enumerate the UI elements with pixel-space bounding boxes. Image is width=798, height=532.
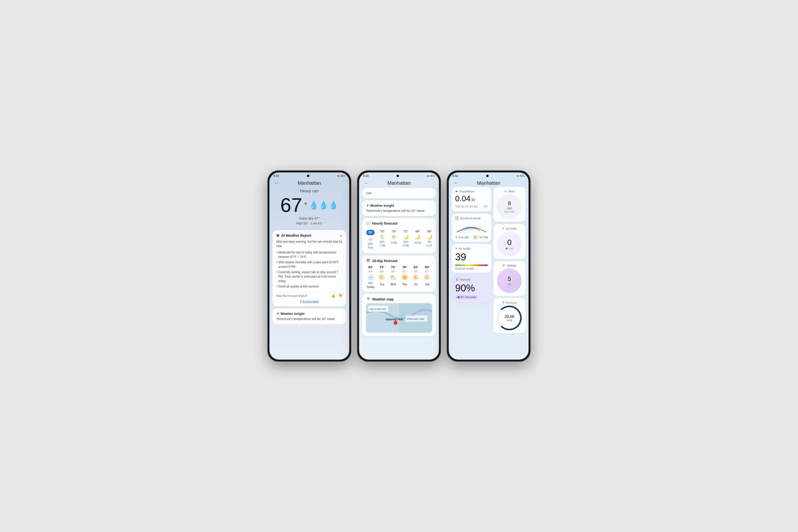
phone-1-screen: 6:13 ▾▾ 46% ← Manhattan Heavy rain 67 ° … (269, 172, 349, 360)
day-icon-3: ☀️ (401, 274, 408, 281)
wind-direction: From NW (504, 211, 515, 213)
map-title-row: 📍 Weather map (366, 297, 432, 301)
back-button-3[interactable]: ← (454, 180, 458, 186)
city-title-3: Manhattan (477, 180, 500, 186)
day-icon-2: ⛅ (390, 274, 397, 281)
day-low-5: 67° (425, 270, 430, 273)
hourly-icon-4: 🌙 (415, 234, 420, 240)
left-column: 🌧 Precipitation 0.04 in Total rain for t… (452, 187, 491, 333)
phone-1: 6:13 ▾▾ 46% ← Manhattan Heavy rain 67 ° … (267, 170, 351, 362)
day-high-2: 72° (391, 265, 396, 269)
day-low-4: 64° (414, 270, 418, 273)
hourly-item-2: 74° 🌤️ 8 PM (390, 230, 399, 249)
thumbs-down-icon[interactable]: 👎 (338, 294, 342, 298)
humidity-value: 90% (455, 283, 488, 293)
ai-generated-link[interactable]: ℹ AI Generated (276, 300, 342, 303)
ai-body: Mild and rainy evening, but the rain sho… (276, 240, 342, 289)
pressure-icon: ⇅ (502, 301, 505, 304)
day-item-3: 76° 61° ☀️ Thu (400, 265, 409, 288)
insight-text-1: Tomorrow's temperature will be 10° lower (276, 317, 342, 321)
day-item-4: 81° 64° 🌤️ Fri (411, 265, 421, 288)
aqi-card: ≋ Air quality 39 Good air quality (452, 244, 491, 273)
battery-1: 46% (340, 175, 345, 177)
ai-icon: ⊞ (276, 233, 279, 238)
day-high-5: 83° (425, 265, 430, 269)
insight-card-1: ↗ Weather insight Tomorrow's temperature… (272, 308, 346, 324)
hourly-time-3: 9 PM (403, 244, 408, 247)
dew-point-badge: 64° Dew point (455, 295, 478, 299)
thumb-icons[interactable]: 👍 👎 (331, 294, 342, 298)
uv-title: ☀ UV index (502, 227, 517, 230)
phone3-detail-layout: 🌧 Precipitation 0.04 in Total rain for t… (449, 187, 529, 333)
sun-arc-svg (455, 221, 488, 235)
hourly-time-5: 11 PM (426, 244, 432, 247)
day-label-0: Today (367, 285, 375, 288)
day-precip-0: 90% (368, 282, 373, 284)
phone-2: 6:13 ▾▾ 46% ← Manhattan now. ↗ Weather i… (357, 170, 441, 362)
hourly-item-0: 75° 🌧️ 60% Now (366, 230, 375, 249)
day-label-2: Wed (391, 283, 396, 286)
insight-card-2: ↗ Weather insight Tomorrow's temperature… (362, 200, 436, 216)
day-item-1: 73° 58° 🌤️ Tue (377, 265, 387, 288)
collapse-icon[interactable]: ∧ (340, 233, 342, 238)
info-icon: ℹ (300, 300, 301, 303)
ai-title-row: ⊞ AI Weather Report (276, 233, 311, 238)
hourly-time-4: 10 PM (414, 242, 421, 244)
uv-icon: ☀ (502, 227, 505, 230)
hourly-icon-3: 🌙 (403, 234, 408, 240)
sunrise-title: 🌅 Sunrise & sunset (455, 216, 488, 220)
day-low-1: 58° (380, 270, 384, 273)
hourly-scroll[interactable]: 75° 🌧️ 60% Now 74° 🌦️ 20% 7 PM 74° 🌤️ 8 … (366, 228, 432, 250)
aqi-title-row: ≋ Air quality (455, 247, 488, 250)
wind-circle: 8 mph From NW (497, 194, 522, 219)
svg-text:City of New York: City of New York (370, 308, 386, 310)
camera-1 (307, 175, 309, 177)
status-bar-1: 6:13 ▾▾ 46% (269, 172, 349, 178)
hourly-item-3: 71° 🌙 10% 9 PM (401, 230, 410, 249)
day-low-2: 58° (391, 270, 396, 273)
ten-day-title: 10-day forecast (372, 259, 398, 263)
wifi-icon: ▾▾ (337, 175, 340, 177)
aqi-value: 39 (455, 251, 488, 263)
map-placeholder[interactable]: City of New York MANHATTAN UPPER EAST SI… (366, 303, 432, 333)
hourly-precip-0: 60% (368, 243, 373, 245)
precip-value: 0.04 in (455, 194, 488, 203)
precip-unit: in (472, 197, 475, 202)
ai-generated-text[interactable]: AI Generated (302, 300, 318, 303)
day-high-1: 73° (380, 265, 384, 269)
insight-icon-2: ↗ (366, 204, 369, 207)
pressure-ring: 29.66 inHg (497, 306, 522, 330)
humidity-title: 💧 Humidity (455, 278, 488, 281)
precip-sub: Total rain for the day (455, 205, 478, 208)
sunset-time: 7:47 PM (478, 236, 488, 239)
time-2: 6:13 (363, 174, 368, 177)
aqi-bar (455, 265, 488, 266)
pressure-value: 29.66 (505, 315, 514, 319)
day-item-5: 83° 67° 🌤️ Sat (423, 265, 432, 288)
visibility-circle: 5 mi (497, 268, 522, 293)
visibility-title: 👁 Visibility (502, 264, 516, 267)
back-button-1[interactable]: ← (274, 180, 279, 186)
uv-card: ☀ UV index 0 Low (493, 224, 526, 259)
hourly-item-5: 69° 🌙 5% 11 PM (425, 230, 432, 249)
battery-2: 46% (430, 175, 435, 177)
wind-card: 🌬 Wind 8 mph From NW (493, 187, 526, 222)
header-1: ← Manhattan (269, 178, 349, 187)
ten-day-card: 📅 10-day forecast 83° 63° 🌧️ 90% Today 7… (362, 255, 436, 292)
day-high-4: 81° (414, 265, 418, 269)
wifi-icon-2: ▾▾ (427, 175, 429, 177)
header-2: ← Manhattan (359, 178, 439, 187)
back-button-2[interactable]: ← (364, 180, 368, 186)
ai-bullet-4: Good air quality at the moment. (276, 284, 342, 289)
uv-value: 0 (507, 238, 512, 247)
hourly-temp-5: 69° (427, 230, 432, 233)
hourly-time-0: Now (368, 246, 373, 249)
ai-weather-card: ⊞ AI Weather Report ∧ Mild and rainy eve… (272, 230, 346, 306)
ai-bullet-3: Currently raining, expect rain to stop a… (276, 269, 342, 284)
status-bar-2: 6:13 ▾▾ 46% (359, 172, 439, 178)
thumbs-up-icon[interactable]: 👍 (331, 294, 335, 298)
visibility-icon: 👁 (502, 264, 505, 267)
day-icon-4: 🌤️ (412, 274, 420, 281)
time-3: 6:12 (453, 174, 458, 177)
day-label-1: Tue (380, 283, 384, 286)
